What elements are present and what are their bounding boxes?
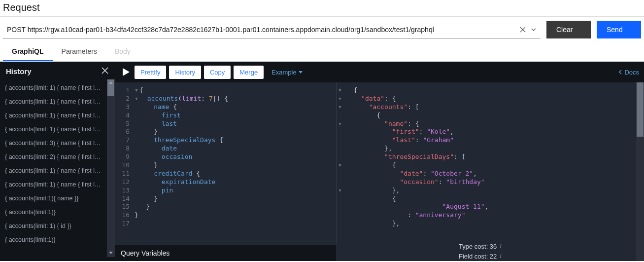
history-item[interactable]: { accounts(limit: 1) { name { first l…	[0, 95, 115, 109]
history-item[interactable]: { accounts(limit:1)}	[0, 233, 115, 247]
graphiql-ide: History { accounts(limit: 1) { name { fi…	[0, 62, 644, 261]
tab-body[interactable]: Body	[106, 42, 139, 61]
clear-button[interactable]: Clear	[546, 21, 591, 38]
tab-parameters[interactable]: Parameters	[53, 42, 106, 61]
history-item[interactable]: { accounts(limit: 1) { id }}	[0, 219, 115, 233]
close-icon[interactable]	[101, 67, 109, 76]
history-item[interactable]: { accounts(limit: 1) { name { first l…	[0, 178, 115, 191]
info-icon[interactable]: i	[500, 242, 502, 250]
query-code: ▾{ ▾ accounts(limit: 7|) { name { first …	[133, 82, 228, 261]
history-item[interactable]: { accounts(limit: 1) { name { first l…	[0, 122, 115, 136]
svg-marker-1	[299, 71, 303, 74]
history-title: History	[6, 67, 32, 75]
field-cost-value: Field cost: 22	[459, 253, 497, 260]
history-item[interactable]: { accounts(limit: 1) { name { first l…	[0, 164, 115, 178]
example-dropdown[interactable]: Example	[267, 66, 307, 79]
response-code: ▾ ▾ ▾ ▾ ▾ ▾ { "data": { "accounts": [ { …	[337, 82, 644, 228]
line-gutter: 1234567891011121314151617	[115, 82, 133, 261]
tab-graphiql[interactable]: GraphiQL	[3, 42, 53, 61]
response-scrollbar-thumb[interactable]	[637, 82, 644, 137]
history-item[interactable]: { accounts(limit:1){ name }}	[0, 191, 115, 205]
query-editor[interactable]: 1234567891011121314151617 ▾{ ▾ accounts(…	[115, 82, 337, 261]
history-item[interactable]: { accounts(limit: 3) { name { first l…	[0, 136, 115, 150]
copy-button[interactable]: Copy	[204, 66, 231, 79]
history-item[interactable]: { accounts(limit:1)}	[0, 205, 115, 219]
history-item[interactable]: { accounts(limit: 1) { name { first l…	[0, 109, 115, 122]
example-label: Example	[271, 69, 297, 76]
history-button[interactable]: History	[169, 66, 201, 79]
query-variables-bar[interactable]: Query Variables	[115, 245, 337, 261]
response-viewer[interactable]: ▾ ▾ ▾ ▾ ▾ ▾ { "data": { "accounts": [ { …	[337, 82, 644, 261]
page-title: Request	[0, 0, 644, 16]
url-value: POST https://rgw.a10cad-par01-b34dfa42cc…	[7, 26, 520, 34]
prettify-button[interactable]: Prettify	[135, 66, 166, 79]
info-icon[interactable]: i	[500, 252, 502, 260]
tabs: GraphiQL Parameters Body	[0, 42, 644, 62]
history-scrollbar-track[interactable]	[107, 79, 115, 257]
clear-url-icon[interactable]	[520, 27, 526, 33]
scroll-down-icon[interactable]	[109, 252, 113, 254]
type-cost-value: Type cost: 36	[459, 243, 497, 250]
send-button[interactable]: Send	[597, 21, 641, 38]
docs-link[interactable]: Docs	[618, 69, 639, 76]
history-item[interactable]: { accounts(limit: 2) { name { first l…	[0, 150, 115, 164]
scroll-up-icon[interactable]	[109, 81, 113, 84]
history-panel: History { accounts(limit: 1) { name { fi…	[0, 62, 115, 261]
history-item[interactable]: { accounts(limit: 1) { name { first l…	[0, 81, 115, 95]
docs-label: Docs	[624, 69, 639, 76]
editor-toolbar: Prettify History Copy Merge Example Docs	[115, 62, 644, 82]
svg-marker-0	[123, 68, 130, 76]
history-list: { accounts(limit: 1) { name { first l…{ …	[0, 81, 115, 261]
chevron-down-icon[interactable]	[531, 27, 537, 33]
run-button[interactable]	[120, 66, 132, 78]
url-input-wrapper[interactable]: POST https://rgw.a10cad-par01-b34dfa42cc…	[3, 21, 541, 38]
merge-button[interactable]: Merge	[234, 66, 264, 79]
request-row: POST https://rgw.a10cad-par01-b34dfa42cc…	[0, 16, 644, 42]
cost-summary: Type cost: 36i Field cost: 22i	[459, 241, 502, 261]
